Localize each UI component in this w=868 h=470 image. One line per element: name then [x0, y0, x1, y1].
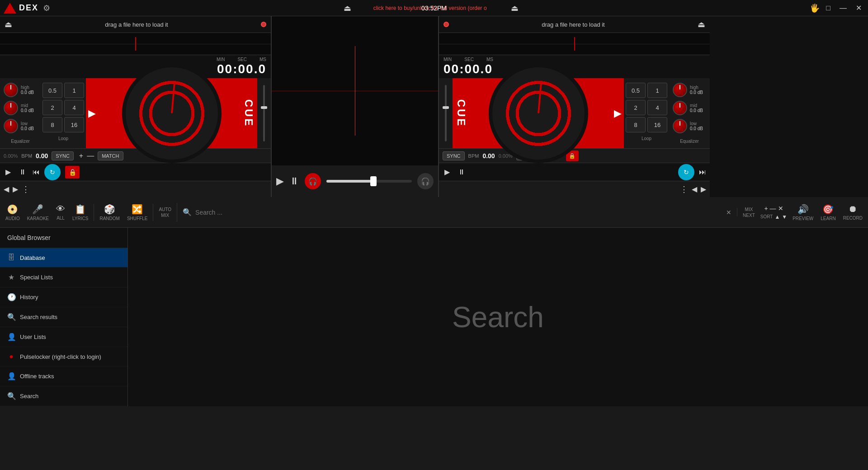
hotcue-4[interactable]: 4 [64, 100, 84, 115]
deck-left-platter[interactable] [122, 64, 222, 163]
eq-high-right: high 0.0 dB [673, 83, 706, 97]
sidebar-title: Global Browser [0, 228, 127, 248]
deck-left-eject[interactable]: ⏏ [5, 19, 12, 29]
eject-left-icon[interactable]: ⏏ [344, 3, 351, 13]
pause-btn-left[interactable]: ⏸ [17, 168, 28, 176]
bottom-section: 📀 AUDIO 🎤 KARAOKE 👁 ALL 📋 LYRICS 🎲 RANDO… [0, 197, 868, 406]
lock-btn-left[interactable]: 🔒 [65, 166, 80, 179]
hotcue-16-r[interactable]: 16 [647, 117, 667, 132]
sidebar-item-special-lists[interactable]: ★ Special Lists [0, 268, 127, 287]
mix-next-btn[interactable]: MIXNEXT [743, 207, 755, 218]
eq-mid-knob-right[interactable] [673, 101, 687, 115]
hotcue-16[interactable]: 16 [64, 117, 84, 132]
app-logo: DEX [4, 3, 38, 14]
eq-low-knob-right[interactable] [673, 119, 687, 133]
sort-down-icon[interactable]: ▼ [782, 214, 787, 220]
tool-lyrics[interactable]: 📋 LYRICS [72, 204, 88, 221]
search-input[interactable] [195, 209, 722, 216]
pitch-slider-right[interactable] [445, 85, 447, 141]
sidebar-item-search[interactable]: 🔍 Search [0, 386, 127, 406]
mixer-play[interactable]: ▶ [276, 175, 284, 187]
deck-left-bpm-row: 0.00% BPM 0.00 SYNC + — MATCH [0, 148, 271, 163]
sort-plus[interactable]: + [764, 205, 768, 212]
sync-btn-right[interactable]: SYNC [443, 151, 465, 160]
deck-left-play-side[interactable]: ▶ [88, 108, 96, 119]
tool-preview[interactable]: 🔊 PREVIEW [793, 204, 813, 221]
hotcue-1[interactable]: 1 [64, 83, 84, 98]
deck-right-play-side[interactable]: ▶ [614, 108, 622, 119]
nav-prev-right[interactable]: ◀ [692, 185, 697, 193]
sort-minus[interactable]: — [770, 205, 776, 212]
close-button[interactable]: ✕ [853, 3, 864, 13]
nav-prev-left[interactable]: ◀ [4, 185, 9, 193]
sort-close[interactable]: ✕ [778, 205, 783, 212]
headphone-right[interactable]: 🎧 [417, 173, 434, 189]
minus-btn-left[interactable]: — [87, 152, 94, 160]
sidebar-item-pulselocker[interactable]: ● Pulselocker (right-click to login) [0, 347, 127, 367]
gear-icon[interactable]: ⚙ [43, 3, 50, 13]
eq-mid-knob[interactable] [4, 101, 18, 115]
deck-left-cue-label[interactable]: CUE [242, 99, 255, 127]
search-bar: 🔍 ✕ [177, 208, 737, 216]
plus-btn-left[interactable]: + [79, 152, 83, 160]
sidebar-item-search-results[interactable]: 🔍 Search results [0, 307, 127, 327]
eq-mid: mid 0.0 dB [4, 101, 37, 115]
volume-track[interactable] [326, 180, 412, 183]
sidebar-item-user-lists[interactable]: 👤 User Lists [0, 327, 127, 347]
nav-next-right[interactable]: ▶ [701, 185, 706, 193]
automix-btn[interactable]: AUTOMIX [153, 203, 177, 222]
eq-high-knob-right[interactable] [673, 83, 687, 97]
loop-active-btn-left[interactable]: ↻ [44, 164, 61, 180]
hotcue-1-r[interactable]: 1 [647, 83, 667, 98]
waveform-line [135, 37, 136, 51]
sync-btn-left[interactable]: SYNC [52, 151, 74, 160]
tool-audio[interactable]: 📀 AUDIO [5, 204, 20, 221]
center-mixer: ▶ ⏸ 🎧 🎧 [271, 16, 439, 197]
karaoke-icon: 🎤 [32, 204, 43, 215]
hotcue-2[interactable]: 2 [42, 100, 62, 115]
nav-next-left[interactable]: ▶ [13, 185, 18, 193]
hotcue-4-r[interactable]: 4 [647, 100, 667, 115]
tool-learn[interactable]: 🎯 LEARN [821, 204, 835, 221]
hotcue-2-r[interactable]: 2 [626, 100, 646, 115]
mixer-pause[interactable]: ⏸ [289, 175, 299, 187]
tool-karaoke[interactable]: 🎤 KARAOKE [27, 204, 49, 221]
tool-shuffle[interactable]: 🔀 SHUFFLE [127, 204, 148, 221]
hotcue-8-r[interactable]: 8 [626, 117, 646, 132]
hotcue-8[interactable]: 8 [42, 117, 62, 132]
loop-active-btn-right[interactable]: ↻ [678, 164, 694, 180]
search-clear-icon[interactable]: ✕ [726, 209, 731, 216]
play-btn-right[interactable]: ▶ [443, 168, 452, 176]
history-btn-left[interactable]: ⋮ [22, 184, 30, 194]
match-btn-left[interactable]: MATCH [98, 151, 123, 160]
center-search-large: Search [128, 228, 868, 406]
deck-right-eject[interactable]: ⏏ [698, 19, 705, 29]
sidebar-item-database[interactable]: 🗄 Database [0, 248, 127, 268]
stutter-btn-right[interactable]: ⏭ [699, 168, 706, 176]
hotcue-0.5-r[interactable]: 0.5 [626, 83, 646, 98]
hotcue-0.5[interactable]: 0.5 [42, 83, 62, 98]
center-search-text: Search [452, 301, 544, 334]
eject-right-icon[interactable]: ⏏ [511, 3, 519, 13]
deck-right-platter[interactable] [489, 64, 588, 163]
minimize-button[interactable]: — [837, 3, 849, 13]
pitch-slider-left[interactable] [263, 85, 265, 141]
deck-right-cue-label[interactable]: CUE [455, 99, 467, 127]
history-btn-right[interactable]: ⋮ [680, 184, 688, 194]
tool-random[interactable]: 🎲 RANDOM [99, 204, 119, 221]
play-btn-left[interactable]: ▶ [4, 168, 13, 176]
sort-up-icon[interactable]: ▲ [774, 214, 780, 220]
tool-record[interactable]: ⏺ RECORD [843, 204, 863, 221]
tool-all[interactable]: 👁 ALL [56, 204, 65, 221]
eq-low-knob[interactable] [4, 119, 18, 133]
deck-left-nav: ◀ ▶ ⋮ [0, 181, 271, 197]
sidebar-item-history[interactable]: 🕐 History [0, 287, 127, 307]
sidebar-item-offline-tracks[interactable]: 👤 Offline tracks [0, 367, 127, 386]
maximize-button[interactable]: □ [823, 3, 833, 13]
eq-high-knob[interactable] [4, 83, 18, 97]
headphone-btn[interactable]: 🎧 [305, 173, 321, 189]
deck-left-eq: high 0.0 dB mid 0.0 dB low 0.0 dB [0, 78, 41, 148]
pause-btn-right[interactable]: ⏸ [456, 168, 467, 176]
stutter-btn-left[interactable]: ⏮ [33, 168, 40, 176]
shuffle-icon: 🔀 [132, 204, 143, 215]
